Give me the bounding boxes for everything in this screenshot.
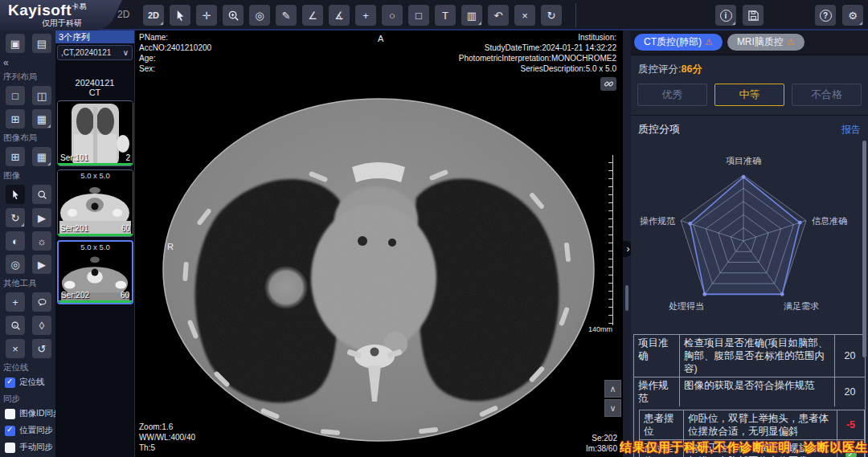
series-layout-2x2-button[interactable]: ⊞ xyxy=(6,109,25,129)
row-name: 操作规范 xyxy=(634,377,679,406)
save-button[interactable] xyxy=(743,5,764,26)
settings-button[interactable]: ⚙ xyxy=(842,5,863,26)
series-thumbnail-201[interactable]: 5.0 x 5.0 Ser:20160 xyxy=(57,169,133,237)
layout-2x2-icon: ⊞ xyxy=(11,113,20,125)
delete-annotation-button[interactable]: × xyxy=(514,5,535,26)
layout-3x3-icon: ▦ xyxy=(37,113,47,125)
cobb-angle-icon: ∡ xyxy=(334,10,344,22)
angle-tool-button[interactable]: ∠ xyxy=(302,5,323,26)
pointer-sidebar-button[interactable] xyxy=(6,185,25,204)
probe-plus-button[interactable]: + xyxy=(6,292,25,312)
image-layout-3x3-button[interactable]: ▦ xyxy=(32,147,51,166)
help-icon: ? xyxy=(820,10,832,22)
orientation-right: R xyxy=(167,242,174,251)
tab-mri-qc[interactable]: MRI脑质控 ⚠ xyxy=(727,34,805,51)
qc-score-value: 86分 xyxy=(681,63,702,75)
zoom-in-icon xyxy=(227,10,240,22)
tab-ct-qc[interactable]: CT质控(肺部) ⚠ xyxy=(634,34,723,51)
section-divider xyxy=(631,115,868,116)
invert-button[interactable]: ◐ xyxy=(6,231,25,251)
comment-button[interactable] xyxy=(32,292,51,312)
pan-tool-button[interactable]: ✛ xyxy=(196,5,217,26)
help-button[interactable]: ? xyxy=(815,5,836,26)
radar-label-bottom-right: 满足需求 xyxy=(784,301,819,311)
sync-manual-row[interactable]: 手动同步 xyxy=(5,442,55,453)
report-link[interactable]: 报告 xyxy=(841,123,861,137)
cobb-angle-tool-button[interactable]: ∡ xyxy=(329,5,350,26)
play-button[interactable]: ▶ xyxy=(32,255,51,274)
rect-roi-button[interactable]: □ xyxy=(408,5,429,26)
magnify-button[interactable] xyxy=(32,185,51,204)
cine-layout-button[interactable]: ▥ xyxy=(461,5,482,26)
localizer-checkbox-label: 定位线 xyxy=(19,377,45,388)
brightness-button[interactable]: ☼ xyxy=(32,231,51,251)
pointer-icon xyxy=(10,190,21,200)
localizer-checkbox-row[interactable]: 定位线 xyxy=(5,377,55,388)
info-icon: i xyxy=(720,10,732,22)
2d-mode-button[interactable]: 2D xyxy=(143,5,164,26)
study-dropdown[interactable]: ,CT,20240121 ∨ xyxy=(57,45,133,60)
probe-tool-button[interactable]: + xyxy=(355,5,376,26)
annotation-search-button[interactable] xyxy=(6,316,25,335)
pencil-icon: ✎ xyxy=(282,10,291,22)
reset-view-button[interactable]: ↻ xyxy=(541,5,562,26)
text-annotation-button[interactable]: T xyxy=(435,5,456,26)
qc-scrollbar-thumb[interactable] xyxy=(862,141,866,357)
disclaimer-marquee: 结果仅用于科研,不作诊断证明，诊断以医生出具的诊断 xyxy=(620,440,868,456)
series-count-header: 3个序列 xyxy=(55,31,134,43)
series-description-line: SeriesDescription:5.0 x 5.0 xyxy=(459,63,616,74)
collapse-sidebar-button[interactable]: « xyxy=(3,57,55,68)
series-thumbnail-101[interactable]: Ser:1012 xyxy=(57,100,133,166)
series-info-button[interactable]: i xyxy=(715,5,736,26)
sync-image-id-checkbox[interactable] xyxy=(5,409,15,419)
grade-medium-button[interactable]: 中等 xyxy=(714,84,784,106)
series-layout-1x1-button[interactable]: □ xyxy=(6,86,25,105)
window-level-line: WW/WL:400/40 xyxy=(139,432,195,443)
sync-position-row[interactable]: 位置同步 xyxy=(5,425,55,436)
grade-fail-button[interactable]: 不合格 xyxy=(792,84,862,106)
series-thumbnail-202[interactable]: 5.0 x 5.0 Ser:20260 xyxy=(57,240,133,304)
ellipse-icon: ○ xyxy=(389,10,395,22)
series-layout-1x2-button[interactable]: ◫ xyxy=(32,86,51,105)
series-layout-3x3-button[interactable]: ▦ xyxy=(32,109,51,129)
pointer-icon xyxy=(174,10,186,22)
target-tool-button[interactable]: ◎ xyxy=(249,5,270,26)
ct-axial-image xyxy=(135,31,623,457)
divider-scrollbar-thumb[interactable] xyxy=(625,285,628,311)
flag-play-button[interactable]: ▶ xyxy=(32,208,51,227)
series-size-label: 5.0 x 5.0 xyxy=(59,243,132,251)
gear-icon: ⚙ xyxy=(848,10,858,22)
localizer-checkbox[interactable] xyxy=(5,377,15,388)
report-panel-button[interactable]: ▤ xyxy=(32,34,51,53)
sync-manual-checkbox[interactable] xyxy=(5,443,15,453)
image-2x2-icon: ⊞ xyxy=(11,151,20,163)
radar-chart: 项目准确 信息准确 满足需求 处理得当 操作规范 xyxy=(637,138,855,321)
scroll-down-button[interactable]: ∨ xyxy=(604,399,621,417)
study-group-label: 20240121 CT xyxy=(55,78,134,97)
zoom-in-tool-button[interactable] xyxy=(223,5,244,26)
target-icon: ◎ xyxy=(255,10,264,22)
logo-text: Kayisoft xyxy=(8,2,72,18)
plus-icon: + xyxy=(362,10,369,22)
grade-excellent-button[interactable]: 优秀 xyxy=(637,84,707,106)
sync-image-id-row[interactable]: 图像ID同步 xyxy=(5,408,55,419)
image-layout-2x2-button[interactable]: ⊞ xyxy=(6,147,25,166)
length-tool-button[interactable]: ✎ xyxy=(276,5,297,26)
image-viewport[interactable]: PName: AccNO:2401210200 Age: Sex: Instit… xyxy=(135,31,623,457)
rotate-image-button[interactable]: ↻ xyxy=(6,208,25,227)
thumbnail-panel-button[interactable]: ▣ xyxy=(6,34,25,53)
localizer-section-label: 定位线 xyxy=(3,362,55,373)
undo-button[interactable]: ↶ xyxy=(488,5,509,26)
row-score: 20 xyxy=(834,377,865,406)
target-sidebar-button[interactable]: ◎ xyxy=(6,255,25,274)
pointer-tool-button[interactable] xyxy=(170,5,190,26)
eraser-button[interactable]: ◊ xyxy=(32,316,51,335)
reset-tools-button[interactable]: ↺ xyxy=(32,339,51,358)
research-tagline: 仅用于科研 xyxy=(42,18,82,29)
row-desc: 图像的获取是否符合操作规范 xyxy=(679,377,834,406)
link-series-button[interactable] xyxy=(600,77,616,91)
scroll-up-button[interactable]: ∧ xyxy=(604,380,621,398)
clear-button[interactable]: × xyxy=(6,339,25,358)
sync-position-checkbox[interactable] xyxy=(5,426,15,436)
ellipse-roi-button[interactable]: ○ xyxy=(382,5,403,26)
